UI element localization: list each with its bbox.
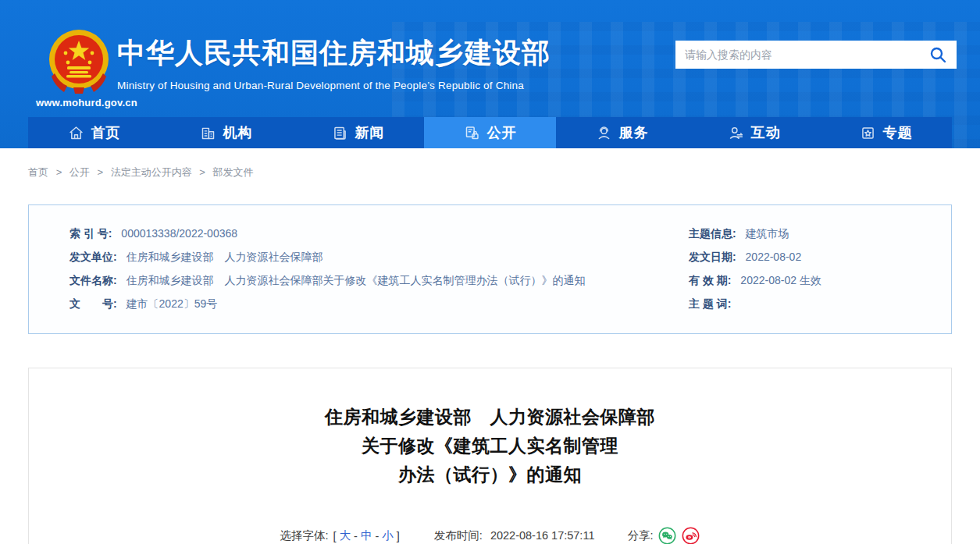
font-size-small-button[interactable]: 小 (382, 528, 394, 543)
breadcrumb-separator: > (56, 166, 62, 178)
meta-value: 建筑市场 (746, 227, 789, 240)
site-title-block: 中华人民共和国住房和城乡建设部 Ministry of Housing and … (117, 34, 551, 91)
news-icon (332, 125, 348, 141)
nav-item-label: 服务 (619, 123, 649, 142)
font-dash: - (375, 530, 379, 542)
nav-item-label: 新闻 (355, 123, 385, 142)
document-metadata-box: 索 引 号: 000013338/2022-00368 发文单位: 住房和城乡建… (28, 204, 952, 334)
font-selector-label: 选择字体: (280, 528, 329, 543)
article-title: 住房和城乡建设部 人力资源社会保障部 关于修改《建筑工人实名制管理 办法（试行）… (29, 403, 951, 489)
site-logo: www.mohurd.gov.cn (36, 28, 122, 108)
main-nav: 首页 机构 新闻 公开 服务 互动 专题 (28, 117, 952, 148)
nav-item-label: 首页 (91, 123, 121, 142)
meta-label: 文 号: (69, 297, 117, 310)
building-icon (200, 125, 216, 141)
meta-row-document-number: 文 号: 建市〔2022〕59号 (69, 292, 689, 315)
nav-item-news[interactable]: 新闻 (292, 117, 424, 148)
wechat-icon (658, 527, 676, 544)
meta-value: 住房和城乡建设部 人力资源社会保障部关于修改《建筑工人实名制管理办法（试行）》的… (127, 274, 586, 286)
nav-item-disclosure[interactable]: 公开 (424, 117, 556, 148)
search-button[interactable] (928, 45, 947, 64)
font-size-medium-button[interactable]: 中 (361, 528, 372, 543)
nav-item-interaction[interactable]: 互动 (688, 117, 820, 148)
meta-row-issuing-unit: 发文单位: 住房和城乡建设部 人力资源社会保障部 (69, 245, 689, 268)
font-size-large-button[interactable]: 大 (340, 528, 351, 543)
site-title: 中华人民共和国住房和城乡建设部 (117, 34, 551, 73)
home-icon (68, 125, 84, 141)
breadcrumb-separator: > (199, 166, 205, 178)
publish-time-group: 发布时间: 2022-08-16 17:57:11 (434, 528, 595, 543)
meta-row-keywords: 主 题 词: (689, 292, 943, 315)
article-title-line: 住房和城乡建设部 人力资源社会保障部 (29, 403, 951, 432)
nav-item-label: 专题 (883, 123, 913, 142)
article-content-box: 住房和城乡建设部 人力资源社会保障部 关于修改《建筑工人实名制管理 办法（试行）… (28, 368, 952, 544)
site-subtitle: Ministry of Housing and Urban-Rural Deve… (117, 80, 551, 91)
meta-label: 有 效 期: (689, 274, 731, 286)
bracket-open: [ (333, 530, 337, 542)
meta-value: 建市〔2022〕59号 (127, 297, 218, 310)
meta-label: 主 题 词: (689, 297, 731, 310)
meta-value: 2022-08-02 (746, 251, 802, 263)
publish-time-value: 2022-08-16 17:57:11 (490, 529, 595, 542)
nav-item-orgs[interactable]: 机构 (160, 117, 292, 148)
weibo-share-button[interactable] (682, 527, 700, 544)
breadcrumb-ministry-documents[interactable]: 部发文件 (213, 166, 254, 178)
meta-label: 文件名称: (69, 274, 117, 286)
site-url: www.mohurd.gov.cn (36, 97, 122, 108)
nav-item-topics[interactable]: 专题 (820, 117, 952, 148)
wechat-share-button[interactable] (658, 527, 676, 544)
breadcrumb: 首页 > 公开 > 法定主动公开内容 > 部发文件 (28, 165, 952, 180)
breadcrumb-disclosure[interactable]: 公开 (69, 166, 90, 178)
search-box (675, 41, 957, 69)
breadcrumb-home[interactable]: 首页 (28, 166, 48, 178)
meta-row-issue-date: 发文日期: 2022-08-02 (689, 245, 943, 268)
meta-row-document-name: 文件名称: 住房和城乡建设部 人力资源社会保障部关于修改《建筑工人实名制管理办法… (69, 268, 689, 292)
nav-item-services[interactable]: 服务 (556, 117, 688, 148)
article-toolbar: 选择字体: [ 大 - 中 - 小 ] 发布时间: 2022-08-16 17:… (29, 527, 951, 544)
interaction-icon (728, 125, 744, 141)
meta-row-index-number: 索 引 号: 000013338/2022-00368 (69, 222, 689, 245)
nav-item-label: 互动 (751, 123, 781, 142)
meta-label: 发文单位: (69, 251, 117, 263)
topics-icon (860, 125, 876, 141)
share-label: 分享: (627, 528, 653, 543)
metadata-right-column: 主题信息: 建筑市场 发文日期: 2022-08-02 有 效 期: 2022-… (689, 222, 951, 315)
meta-label: 发文日期: (689, 251, 736, 263)
meta-row-topic-info: 主题信息: 建筑市场 (689, 222, 943, 245)
article-title-line: 办法（试行）》的通知 (29, 460, 951, 489)
search-icon (928, 45, 947, 64)
service-icon (596, 125, 612, 141)
nav-item-label: 机构 (223, 123, 253, 142)
national-emblem-icon (47, 28, 111, 95)
site-header: www.mohurd.gov.cn 中华人民共和国住房和城乡建设部 Minist… (0, 0, 980, 148)
meta-label: 主题信息: (689, 227, 736, 240)
meta-value: 000013338/2022-00368 (121, 227, 237, 240)
nav-item-label: 公开 (487, 123, 517, 142)
nav-item-home[interactable]: 首页 (28, 117, 160, 148)
bracket-close: ] (397, 530, 400, 542)
share-group: 分享: (627, 527, 700, 544)
search-input[interactable] (685, 48, 928, 61)
breadcrumb-separator: > (97, 166, 103, 178)
meta-label: 索 引 号: (69, 227, 112, 240)
article-title-line: 关于修改《建筑工人实名制管理 (29, 432, 951, 460)
font-dash: - (354, 530, 358, 542)
metadata-left-column: 索 引 号: 000013338/2022-00368 发文单位: 住房和城乡建… (29, 222, 689, 315)
breadcrumb-statutory-content[interactable]: 法定主动公开内容 (111, 166, 192, 178)
meta-value: 2022-08-02 生效 (740, 274, 821, 286)
publish-time-label: 发布时间: (434, 529, 483, 542)
meta-value: 住房和城乡建设部 人力资源社会保障部 (127, 251, 323, 263)
meta-row-effective-date: 有 效 期: 2022-08-02 生效 (689, 268, 943, 292)
disclosure-icon (464, 125, 480, 141)
weibo-icon (682, 527, 700, 544)
font-size-selector: 选择字体: [ 大 - 中 - 小 ] (280, 528, 401, 543)
